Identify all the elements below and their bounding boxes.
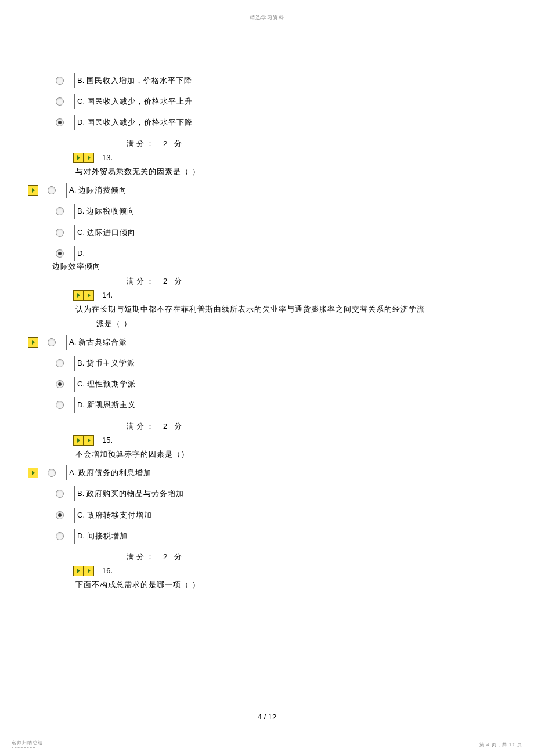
q15-option-c[interactable]: C. 政府转移支付增加 — [52, 510, 534, 520]
divider-bar — [66, 183, 67, 198]
q14-text-line1: 认为在长期与短期中都不存在菲利普斯曲线所表示的失业率与通货膨胀率之间交替关系的经… — [75, 304, 534, 314]
q16-header: 16. — [73, 566, 534, 576]
nav-arrow-single[interactable] — [28, 185, 38, 196]
arrow-next-icon[interactable] — [84, 290, 94, 301]
arrow-next-icon[interactable] — [84, 153, 94, 163]
q13-option-d[interactable]: D. — [52, 248, 534, 259]
radio-icon[interactable] — [48, 338, 56, 346]
nav-arrows[interactable] — [73, 566, 94, 576]
divider-bar — [66, 335, 67, 350]
q13-option-d-text: 边际效率倾向 — [52, 261, 534, 272]
q16-text: 下面不构成总需求的是哪一项（ ） — [75, 580, 534, 590]
q14-text-line2: 派是（ ） — [96, 319, 534, 329]
arrow-next-icon[interactable] — [84, 435, 94, 446]
option-letter: C. — [77, 96, 85, 107]
radio-icon[interactable] — [56, 490, 64, 498]
q16-number: 16. — [102, 566, 113, 576]
nav-arrows[interactable] — [73, 153, 94, 163]
option-text: 国民收入增加，价格水平下降 — [86, 75, 192, 86]
option-letter: B. — [77, 206, 84, 216]
divider-bar — [74, 225, 75, 240]
q14-number: 14. — [102, 290, 113, 301]
q14-option-a[interactable]: A. 新古典综合派 — [28, 337, 534, 348]
option-text: 间接税增加 — [87, 531, 128, 541]
radio-icon[interactable] — [56, 532, 64, 540]
arrow-next-icon[interactable] — [84, 566, 94, 576]
page-header-label: 精选学习资料 — [0, 14, 534, 21]
option-letter: D. — [77, 531, 85, 541]
option-letter: B. — [77, 358, 84, 368]
divider-bar — [74, 508, 75, 523]
option-letter: B. — [77, 75, 84, 86]
arrow-prev-icon[interactable] — [73, 566, 84, 576]
option-letter: A. — [69, 185, 76, 196]
divider-bar — [74, 397, 75, 413]
nav-arrow-single[interactable] — [28, 337, 38, 348]
q15-option-d[interactable]: D. 间接税增加 — [52, 531, 534, 541]
nav-arrows[interactable] — [73, 290, 94, 301]
radio-icon[interactable] — [56, 229, 64, 237]
arrow-next-icon[interactable] — [28, 185, 38, 196]
q15-option-a[interactable]: A. 政府债务的利息增加 — [28, 468, 534, 478]
option-text: 政府债务的利息增加 — [78, 468, 151, 478]
radio-icon[interactable] — [56, 249, 64, 258]
radio-icon[interactable] — [56, 118, 64, 126]
footer-divider — [12, 747, 35, 748]
q15-number: 15. — [102, 435, 113, 446]
q14-option-d[interactable]: D. 新凯恩斯主义 — [52, 400, 534, 410]
radio-icon[interactable] — [56, 207, 64, 215]
arrow-prev-icon[interactable] — [73, 435, 84, 446]
q13-number: 13. — [102, 153, 113, 163]
radio-icon[interactable] — [48, 469, 56, 477]
arrow-next-icon[interactable] — [28, 468, 38, 478]
divider-bar — [74, 204, 75, 219]
footer-left: 名师归纳总结 — [12, 740, 43, 748]
option-letter: A. — [69, 468, 76, 478]
arrow-prev-icon[interactable] — [73, 290, 84, 301]
q13-text: 与对外贸易乘数无关的因素是（ ） — [75, 167, 534, 177]
divider-bar — [74, 356, 75, 371]
arrow-next-icon[interactable] — [28, 337, 38, 348]
radio-icon[interactable] — [56, 380, 64, 388]
option-text: 边际税收倾向 — [86, 206, 135, 216]
radio-icon[interactable] — [56, 77, 64, 85]
nav-arrows[interactable] — [73, 435, 94, 446]
radio-icon[interactable] — [56, 97, 64, 106]
option-text: 边际消费倾向 — [78, 185, 127, 196]
divider-bar — [74, 377, 75, 392]
q13-option-a[interactable]: A. 边际消费倾向 — [28, 185, 534, 196]
arrow-prev-icon[interactable] — [73, 153, 84, 163]
radio-icon[interactable] — [56, 401, 64, 409]
q15-option-b[interactable]: B. 政府购买的物品与劳务增加 — [52, 489, 534, 499]
q12-option-d[interactable]: D. 国民收入减少，价格水平下降 — [52, 117, 534, 128]
option-text: 政府转移支付增加 — [87, 510, 152, 520]
radio-icon[interactable] — [56, 511, 64, 519]
nav-arrow-single[interactable] — [28, 468, 38, 478]
footer-right: 第 4 页，共 12 页 — [479, 741, 522, 748]
main-content: B. 国民收入增加，价格水平下降 C. 国民收入减少，价格水平上升 D. 国民收… — [0, 23, 534, 590]
divider-bar — [74, 94, 75, 109]
option-letter: C. — [77, 379, 85, 389]
q12-option-b[interactable]: B. 国民收入增加，价格水平下降 — [52, 75, 534, 86]
option-text: 新凯恩斯主义 — [87, 400, 136, 410]
option-text: 国民收入减少，价格水平上升 — [87, 96, 193, 107]
option-letter: C. — [77, 227, 85, 238]
q12-option-c[interactable]: C. 国民收入减少，价格水平上升 — [52, 96, 534, 107]
option-letter: C. — [77, 510, 85, 520]
q14-option-b[interactable]: B. 货币主义学派 — [52, 358, 534, 368]
divider-bar — [74, 73, 75, 88]
option-text: 新古典综合派 — [78, 337, 127, 348]
q13-option-b[interactable]: B. 边际税收倾向 — [52, 206, 534, 216]
q14-option-c[interactable]: C. 理性预期学派 — [52, 379, 534, 389]
divider-bar — [74, 486, 75, 501]
option-text: 国民收入减少，价格水平下降 — [87, 117, 193, 128]
q13-option-c[interactable]: C. 边际进口倾向 — [52, 227, 534, 238]
option-text: 政府购买的物品与劳务增加 — [86, 489, 184, 499]
option-text: 边际进口倾向 — [87, 227, 136, 238]
radio-icon[interactable] — [56, 359, 64, 367]
option-text: 理性预期学派 — [87, 379, 136, 389]
q13-score: 满分：2分 — [127, 276, 534, 287]
option-letter: D. — [77, 248, 85, 259]
page-number: 4 / 12 — [0, 712, 534, 721]
radio-icon[interactable] — [48, 186, 56, 194]
